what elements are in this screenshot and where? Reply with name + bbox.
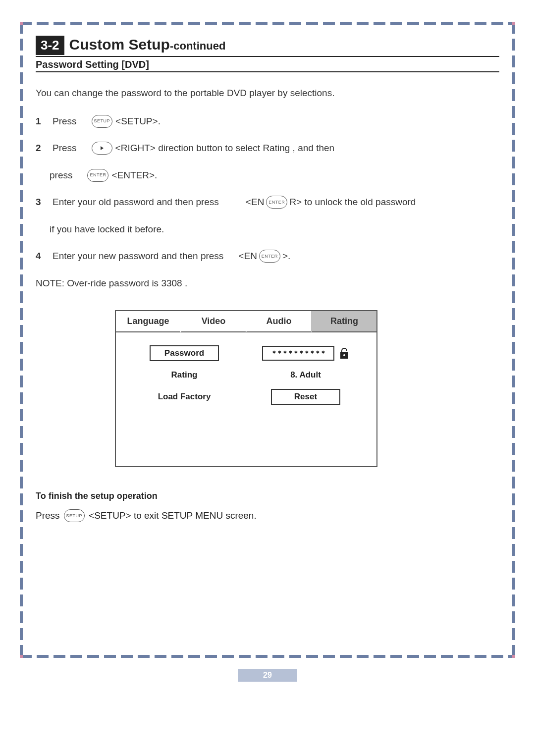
step-text: <EN bbox=[238, 249, 257, 264]
frame-top bbox=[20, 22, 515, 25]
step-text: <SETUP>. bbox=[115, 114, 160, 129]
step-3-cont: if you have locked it before. bbox=[50, 222, 499, 237]
step-1: 1 Press SETUP <SETUP>. bbox=[36, 114, 499, 129]
tab-video: Video bbox=[180, 311, 246, 332]
finish-text: <SETUP> to exit SETUP MENU screen. bbox=[89, 510, 257, 521]
right-arrow-button-icon bbox=[92, 142, 112, 155]
step-number: 3 bbox=[36, 195, 50, 210]
step-2-cont: press ENTER <ENTER>. bbox=[50, 168, 499, 183]
menu-row-password: Password ＊＊＊＊＊＊＊＊＊＊ bbox=[125, 345, 368, 361]
menu-value-factory: Reset bbox=[271, 389, 340, 405]
menu-label-rating: Rating bbox=[150, 368, 219, 382]
finish-line: Press SETUP <SETUP> to exit SETUP MENU s… bbox=[36, 509, 499, 522]
step-number: 1 bbox=[36, 114, 50, 129]
corner-dot bbox=[20, 655, 23, 658]
tab-audio: Audio bbox=[246, 311, 311, 332]
corner-dot bbox=[512, 22, 515, 25]
setup-menu-diagram: Language Video Audio Rating Password ＊＊＊… bbox=[115, 310, 377, 467]
section-continued: -continued bbox=[170, 40, 225, 52]
setup-button-icon: SETUP bbox=[64, 509, 85, 522]
step-text: if you have locked it before. bbox=[50, 222, 164, 237]
menu-value-rating: 8. Adult bbox=[271, 368, 340, 382]
setup-button-icon: SETUP bbox=[92, 115, 113, 128]
finish-heading: To finish the setup operation bbox=[36, 491, 499, 501]
step-text: <ENTER>. bbox=[111, 168, 157, 183]
step-text: Press bbox=[53, 141, 77, 156]
tab-rating: Rating bbox=[311, 311, 376, 332]
section-heading: 3-2 Custom Setup-continued bbox=[36, 36, 499, 57]
corner-dot bbox=[512, 655, 515, 658]
menu-row-factory: Load Factory Reset bbox=[125, 389, 368, 405]
step-number: 4 bbox=[36, 249, 50, 264]
enter-button-icon: ENTER bbox=[266, 196, 287, 209]
enter-button-icon: ENTER bbox=[259, 250, 280, 263]
frame-right bbox=[512, 22, 515, 658]
step-number: 2 bbox=[36, 141, 50, 156]
section-number-badge: 3-2 bbox=[36, 36, 64, 55]
intro-text: You can change the password to the porta… bbox=[36, 86, 499, 101]
corner-dot bbox=[20, 22, 23, 25]
step-3: 3 Enter your old password and then press… bbox=[36, 195, 499, 210]
menu-row-rating: Rating 8. Adult bbox=[125, 368, 368, 382]
frame-left bbox=[20, 22, 23, 658]
step-4: 4 Enter your new password and then press… bbox=[36, 249, 499, 264]
section-title: Custom Setup bbox=[69, 36, 170, 53]
step-text: Enter your old password and then press bbox=[53, 195, 219, 210]
menu-label-factory: Load Factory bbox=[150, 390, 219, 404]
frame-bottom bbox=[20, 655, 515, 658]
subheading: Password Setting [DVD] bbox=[36, 59, 499, 72]
menu-label-password: Password bbox=[150, 345, 219, 361]
step-text: Enter your new password and then press bbox=[53, 249, 223, 264]
step-text: press bbox=[50, 168, 72, 183]
svg-point-1 bbox=[343, 354, 345, 356]
page-number: 29 bbox=[238, 669, 297, 682]
step-text: R> to unlock the old password bbox=[289, 195, 416, 210]
step-text: Press bbox=[53, 114, 77, 129]
step-text: >. bbox=[282, 249, 290, 264]
step-2: 2 Press <RIGHT> direction button to sele… bbox=[36, 141, 499, 156]
tab-language: Language bbox=[116, 311, 180, 332]
lock-icon bbox=[339, 347, 349, 359]
enter-button-icon: ENTER bbox=[87, 169, 108, 182]
step-text: <RIGHT> direction button to select Ratin… bbox=[115, 141, 335, 156]
note-text: NOTE: Over-ride password is 3308 . bbox=[36, 276, 499, 291]
menu-value-password: ＊＊＊＊＊＊＊＊＊＊ bbox=[262, 346, 334, 361]
step-text: <EN bbox=[246, 195, 265, 210]
finish-press: Press bbox=[36, 510, 60, 521]
